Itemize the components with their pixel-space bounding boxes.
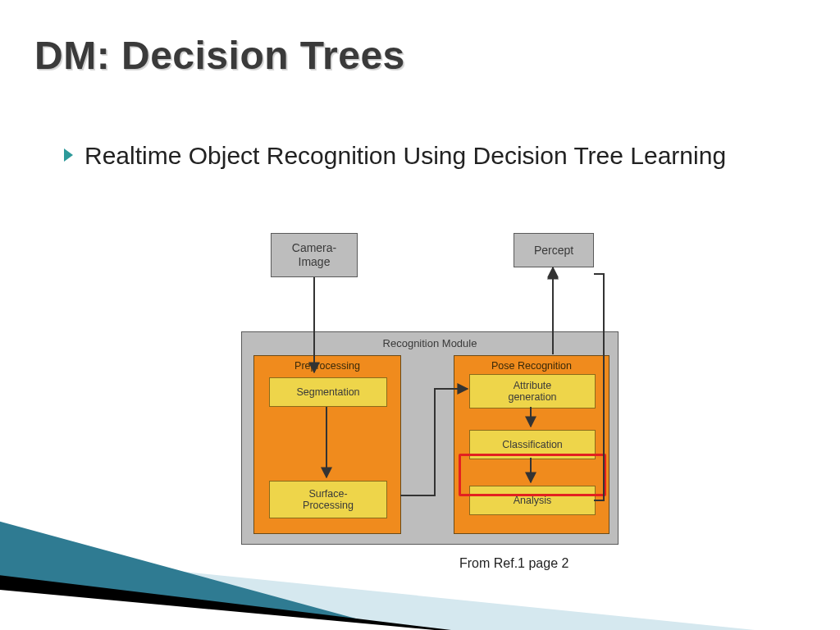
slide: DM: Decision Trees Realtime Object Recog… (0, 0, 840, 630)
architecture-diagram: Camera- Image Percept Recognition Module… (241, 233, 619, 545)
chevron-right-icon (64, 148, 73, 162)
bullet-text: Realtime Object Recognition Using Decisi… (84, 139, 726, 173)
node-attribute-generation: Attribute generation (469, 374, 596, 409)
node-percept: Percept (514, 233, 594, 267)
slide-title: DM: Decision Trees (34, 33, 405, 78)
node-segmentation: Segmentation (269, 377, 387, 407)
node-surface-processing: Surface- Processing (269, 481, 387, 518)
node-camera-image: Camera- Image (271, 233, 358, 277)
node-analysis: Analysis (469, 486, 596, 515)
node-classification: Classification (469, 430, 596, 459)
panel-pose-recognition: Pose Recognition Attribute generation Cl… (454, 355, 609, 534)
panel-preprocessing: Preprocessing Segmentation Surface- Proc… (253, 355, 401, 534)
decoration-triangle-cut (0, 589, 435, 630)
recognition-module-label: Recognition Module (242, 337, 618, 349)
panel-preprocessing-title: Preprocessing (254, 360, 400, 372)
panel-pose-title: Pose Recognition (454, 360, 609, 372)
recognition-module: Recognition Module Preprocessing Segment… (241, 331, 619, 545)
bullet-item: Realtime Object Recognition Using Decisi… (64, 139, 791, 173)
